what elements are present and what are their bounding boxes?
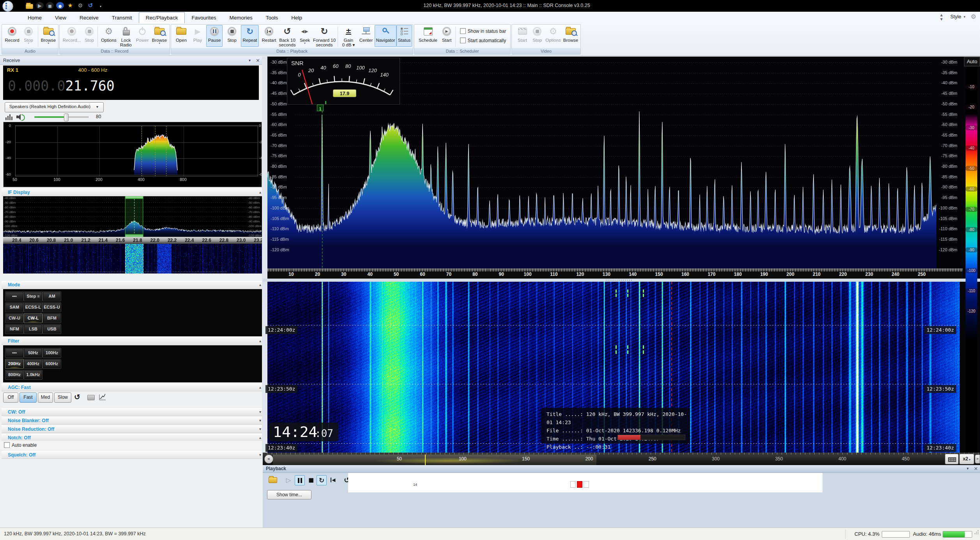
filter-button-600hz[interactable]: 600Hz bbox=[43, 359, 61, 368]
mode-button-ecss-u[interactable]: ECSS-U bbox=[43, 303, 61, 312]
style-caret-icon[interactable]: ▾ bbox=[964, 15, 966, 19]
collapse-arrow-icon[interactable]: ▾ bbox=[259, 451, 261, 458]
zoom-scroll-right-button[interactable]: » bbox=[975, 455, 980, 464]
playback-stop-button[interactable]: ■ bbox=[306, 475, 316, 485]
scheduler-check-1[interactable]: Start automatically bbox=[460, 37, 508, 44]
style-spinner[interactable]: ▲▼ bbox=[940, 13, 943, 21]
filter-button-1-0khz[interactable]: 1.0kHz bbox=[24, 370, 42, 379]
tab-tools[interactable]: Tools bbox=[259, 12, 285, 23]
ribbon-button-start[interactable]: ▶Start bbox=[439, 25, 454, 47]
agc-button-fast[interactable]: Fast bbox=[19, 393, 37, 403]
collapse-arrow-icon[interactable]: ▴ bbox=[259, 281, 261, 288]
filter-button-200hz[interactable]: 200Hz bbox=[5, 359, 23, 368]
mode-button-cw-u[interactable]: CW-U bbox=[5, 314, 23, 323]
tab-transmit[interactable]: Transmit bbox=[105, 12, 139, 23]
ribbon-button-center[interactable]: Center bbox=[357, 25, 375, 47]
collapse-arrow-icon[interactable]: ▴ bbox=[259, 338, 261, 345]
timeline-cell-24[interactable] bbox=[577, 481, 582, 488]
mode-button-cw-l[interactable]: CW-L bbox=[24, 314, 42, 323]
mode-button--[interactable]: ••• bbox=[5, 292, 23, 301]
tab-favourites[interactable]: Favourites bbox=[185, 12, 223, 23]
ribbon-button-pause[interactable]: Pause bbox=[206, 25, 223, 47]
qat-open-icon[interactable] bbox=[26, 2, 34, 10]
ribbon-button-status[interactable]: Status bbox=[396, 25, 412, 47]
playback-pause-button[interactable] bbox=[295, 475, 305, 485]
collapse-arrow-icon[interactable]: ▾ bbox=[259, 426, 261, 433]
qat-undo-icon[interactable]: ↺ bbox=[87, 2, 94, 10]
mode-button-usb[interactable]: USB bbox=[43, 325, 61, 334]
auto-enable-checkbox[interactable] bbox=[4, 442, 10, 448]
rx-marker-flag[interactable]: 1 bbox=[317, 105, 324, 111]
agc-undo-icon[interactable]: ↺ bbox=[74, 393, 80, 401]
section-header-mode[interactable]: Mode▴ bbox=[2, 281, 267, 289]
ribbon-button-repeat[interactable]: ↻Repeat bbox=[241, 25, 259, 47]
ribbon-button-restart[interactable]: ◀Restart bbox=[260, 25, 278, 47]
spectrum-waterfall-splitter[interactable] bbox=[263, 279, 980, 282]
tab-view[interactable]: View bbox=[48, 12, 73, 23]
tab-help[interactable]: Help bbox=[285, 12, 309, 23]
volume-slider[interactable] bbox=[34, 116, 89, 118]
ribbon-button-start[interactable]: Start bbox=[515, 25, 530, 47]
mode-button-sam[interactable]: SAM bbox=[5, 303, 23, 312]
timeline-cell-23[interactable] bbox=[570, 481, 576, 488]
ribbon-button-navigator[interactable]: Navigator bbox=[375, 25, 396, 47]
ribbon-button-browse[interactable]: Browse▾ bbox=[151, 25, 168, 47]
filter-button-100hz[interactable]: 100Hz bbox=[43, 348, 61, 357]
section-header-agc[interactable]: AGC: Fast▴ bbox=[2, 384, 267, 391]
agc-button-off[interactable]: Off bbox=[3, 393, 18, 403]
section-header-filter[interactable]: Filter▴ bbox=[2, 337, 267, 345]
section-header-noise-reduction[interactable]: Noise Reduction: Off▾ bbox=[2, 425, 267, 433]
checkbox[interactable] bbox=[460, 28, 466, 34]
playback-play-button[interactable]: ▷ bbox=[284, 475, 293, 485]
zoom-keyboard-button[interactable] bbox=[945, 454, 959, 464]
mode-button-nfm[interactable]: NFM bbox=[5, 325, 23, 334]
collapse-arrow-icon[interactable]: ▴ bbox=[259, 384, 261, 391]
ribbon-button-stop[interactable]: Stop bbox=[530, 25, 544, 47]
qat-more-icon[interactable]: ▾ bbox=[97, 2, 104, 10]
ribbon-button-open[interactable]: Open bbox=[173, 25, 189, 47]
dock-splitter[interactable] bbox=[262, 57, 267, 465]
ribbon-button-browse[interactable]: Browse▾ bbox=[39, 25, 57, 47]
frequency-display[interactable]: RX 1 400 - 600 Hz 0.000.021.760 bbox=[3, 66, 259, 100]
app-menu-button[interactable] bbox=[2, 1, 13, 12]
agc-button-med[interactable]: Med bbox=[38, 393, 53, 403]
playback-skip-start-button[interactable]: ◀ bbox=[328, 475, 338, 485]
collapse-arrow-icon[interactable]: ▴ bbox=[259, 434, 261, 441]
ribbon-button-forward-10[interactable]: ↻Forward 10 seconds bbox=[312, 25, 336, 47]
qat-record-icon[interactable]: ● bbox=[56, 2, 64, 9]
receive-collapse-icon[interactable]: ▾ bbox=[249, 58, 251, 62]
waterfall-colorbar[interactable]: -10-20-30-40-50-60-70-80-90-100-110-120 bbox=[966, 67, 977, 453]
ribbon-button-play[interactable]: ▶Play bbox=[191, 25, 205, 47]
ribbon-button-gain[interactable]: ±Gain 0 dB ▾ bbox=[340, 25, 357, 47]
qat-stop-icon[interactable]: ■ bbox=[46, 2, 54, 9]
section-header-if-display[interactable]: IF Display▴ bbox=[2, 188, 267, 196]
audio-spectrum-chart[interactable] bbox=[4, 122, 262, 187]
agc-graph-icon[interactable] bbox=[99, 393, 106, 400]
zoom-scroll-left-button[interactable]: « bbox=[264, 455, 273, 464]
ribbon-button-stop[interactable]: Stop bbox=[225, 25, 239, 47]
collapse-arrow-icon[interactable]: ▾ bbox=[259, 417, 261, 424]
audio-device-select[interactable]: Speakers (Realtek High Definition Audio)… bbox=[5, 102, 104, 112]
ribbon-button-power[interactable]: Power bbox=[134, 25, 150, 47]
ribbon-button-browse[interactable]: Browse bbox=[562, 25, 579, 47]
mode-button-am[interactable]: AM bbox=[43, 292, 61, 301]
mode-button-lsb[interactable]: LSB bbox=[24, 325, 42, 334]
ribbon-button-options[interactable]: ⚙Options bbox=[544, 25, 562, 47]
volume-slider-thumb[interactable] bbox=[64, 114, 69, 121]
playback-close-icon[interactable]: × bbox=[974, 465, 978, 471]
playback-collapse-icon[interactable]: ▾ bbox=[967, 466, 969, 471]
qat-play-icon[interactable]: ▶ bbox=[36, 2, 44, 9]
ribbon-button-back-10[interactable]: ↺Back 10 seconds bbox=[278, 25, 297, 47]
waterfall-zoom-bar[interactable]: « 50100150200250300350400450500 x2 ▸ » bbox=[263, 453, 980, 465]
frequency-digits[interactable]: 0.000.021.760 bbox=[8, 78, 115, 94]
ribbon-button-seek[interactable]: ◀▶Seek▾ bbox=[297, 25, 312, 47]
qat-favourites-icon[interactable]: ★ bbox=[66, 2, 74, 10]
tab-receive[interactable]: Receive bbox=[73, 12, 105, 23]
filter-button-50hz[interactable]: 50Hz bbox=[24, 348, 42, 357]
filter-button--[interactable]: ••• bbox=[5, 348, 23, 357]
mode-button-bfm[interactable]: BFM bbox=[43, 314, 61, 323]
checkbox[interactable] bbox=[460, 37, 466, 43]
qat-settings-icon[interactable]: ⚙ bbox=[76, 2, 84, 10]
mode-button-ecss-l[interactable]: ECSS-L bbox=[24, 303, 42, 312]
settings-gear-icon[interactable]: ⚙ bbox=[971, 13, 976, 20]
